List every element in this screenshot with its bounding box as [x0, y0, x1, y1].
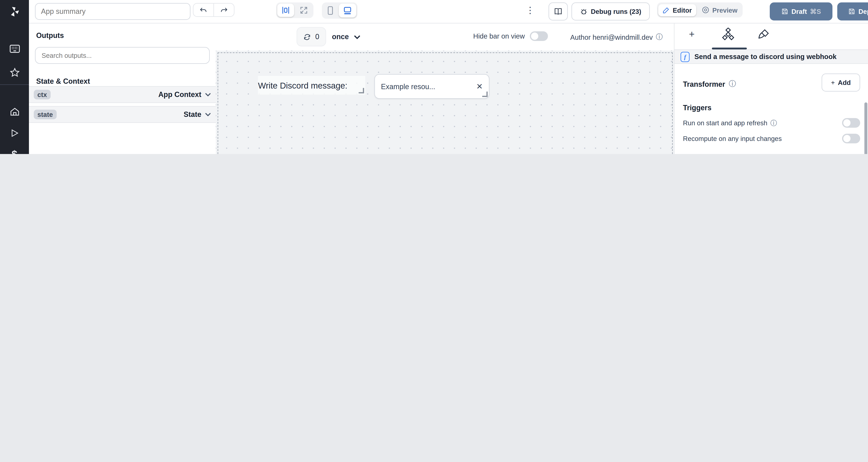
top-toolbar: ⋮ Debug runs (23) Editor Preview Draft ⌘…: [29, 0, 868, 24]
resize-handle[interactable]: [359, 88, 364, 93]
run-on-start-row: Run on start and app refresh ⓘ: [683, 118, 860, 128]
center-area: 0 once Hide bar on view Author henri@win…: [216, 23, 674, 154]
state-row[interactable]: state State: [29, 106, 216, 123]
canvas-toolbar: 0 once Hide bar on view Author henri@win…: [216, 23, 674, 51]
paintbrush-icon: [758, 28, 770, 40]
text-component[interactable]: Write Discord message:: [258, 76, 365, 95]
function-icon: f: [681, 52, 689, 62]
dollar-icon[interactable]: $: [0, 146, 29, 154]
hide-bar-label: Hide bar on view: [473, 33, 525, 40]
recompute-row: Recompute on any input changes: [683, 134, 860, 143]
app-grid-boundary: [218, 53, 673, 154]
info-icon: ⓘ: [729, 79, 736, 89]
app-summary-input[interactable]: [35, 3, 190, 20]
info-icon: ⓘ: [656, 33, 663, 41]
star-icon[interactable]: [0, 63, 29, 81]
tab-preview[interactable]: Preview: [697, 4, 742, 16]
docs-button[interactable]: [549, 2, 568, 21]
resize-handle[interactable]: [482, 92, 488, 97]
search-outputs-input[interactable]: [35, 47, 210, 64]
recompute-toggle[interactable]: [842, 134, 860, 143]
run-on-start-toggle[interactable]: [842, 118, 860, 128]
styling-tab[interactable]: [758, 28, 770, 40]
editor-preview-segment: Editor Preview: [657, 2, 743, 18]
refresh-icon: [303, 33, 311, 41]
schedule-dropdown[interactable]: once: [332, 33, 360, 41]
chevron-down-icon: [353, 35, 360, 39]
center-layout-toggle[interactable]: [277, 4, 294, 17]
resource-select-component[interactable]: Example resou... ✕: [374, 74, 490, 99]
layout-mode-segment: [276, 2, 313, 18]
triggers-title: Triggers: [683, 104, 711, 112]
state-context-title: State & Context: [36, 77, 90, 86]
refresh-count-button[interactable]: 0: [297, 27, 326, 46]
deploy-button[interactable]: Deploy: [837, 2, 868, 21]
ctx-row[interactable]: ctx App Context: [29, 86, 216, 103]
windmill-logo[interactable]: [0, 0, 29, 23]
draft-button[interactable]: Draft ⌘S: [770, 2, 832, 21]
clear-select-icon[interactable]: ✕: [476, 82, 483, 91]
author-label: Author henri@windmill.dev: [570, 34, 653, 41]
windmill-app-editor: $ ⋮ Debug runs (23): [0, 0, 868, 154]
left-rail: $: [0, 0, 29, 154]
hide-bar-toggle[interactable]: [530, 31, 548, 41]
draft-shortcut: ⌘S: [810, 8, 821, 15]
device-segment: [322, 2, 358, 19]
selected-runnable-header: f Send a message to discord using webhoo…: [675, 50, 868, 64]
debug-runs-button[interactable]: Debug runs (23): [571, 2, 650, 21]
undo-button[interactable]: [193, 4, 214, 16]
outputs-panel: Outputs State & Context ctx App Context …: [29, 23, 216, 154]
rail-divider: [0, 84, 29, 85]
ctx-badge: ctx: [34, 90, 51, 99]
mobile-view-toggle[interactable]: [323, 4, 338, 18]
more-menu-button[interactable]: ⋮: [526, 5, 535, 16]
chevron-down-icon: [205, 93, 211, 96]
play-icon[interactable]: [0, 124, 29, 142]
diamonds-icon: [721, 28, 735, 41]
app-canvas[interactable]: Write Discord message: Example resou... …: [216, 51, 674, 154]
tab-editor[interactable]: Editor: [658, 4, 696, 16]
home-icon[interactable]: [0, 102, 29, 121]
chevron-down-icon: [205, 113, 211, 116]
app-grid-icon[interactable]: [0, 40, 29, 58]
active-tab-underline: [712, 47, 747, 50]
desktop-view-toggle[interactable]: [339, 4, 356, 18]
info-icon: ⓘ: [770, 119, 777, 128]
expand-layout-toggle[interactable]: [296, 4, 312, 17]
window-scrollbar[interactable]: [864, 102, 867, 154]
outputs-title: Outputs: [36, 31, 64, 40]
redo-button[interactable]: [214, 4, 234, 16]
insert-component-tab[interactable]: +: [689, 29, 694, 40]
components-settings-tab[interactable]: [721, 28, 735, 41]
settings-panel: + f Send a message to discord using webh…: [674, 23, 868, 154]
transformer-title: Transformerⓘ: [683, 79, 736, 89]
state-badge: state: [34, 110, 57, 119]
add-transformer-button[interactable]: +Add: [822, 73, 860, 92]
